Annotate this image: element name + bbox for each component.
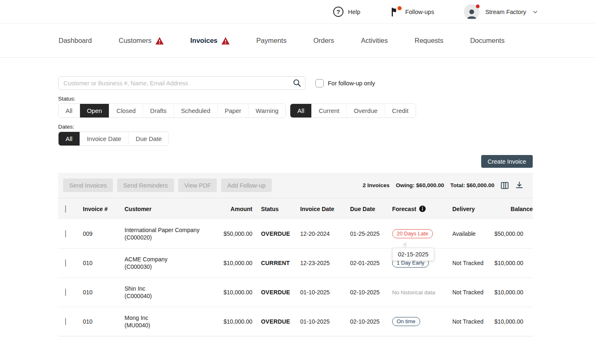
delivery-status: Available bbox=[452, 230, 491, 237]
nav-documents[interactable]: Documents bbox=[470, 37, 504, 45]
warning-triangle-icon bbox=[155, 37, 164, 45]
main-nav: Dashboard Customers Invoices Payments Or… bbox=[0, 24, 595, 58]
owing-total: Owing: $60,000.00 bbox=[396, 182, 444, 188]
invoice-balance: $10,000.00 bbox=[491, 260, 533, 266]
nav-invoices[interactable]: Invoices bbox=[190, 37, 230, 45]
followup-only-filter[interactable]: For follow-up only bbox=[315, 79, 375, 87]
aging-overdue-button[interactable]: Overdue bbox=[347, 104, 385, 117]
columns-icon bbox=[500, 181, 509, 190]
aging-all-button[interactable]: All bbox=[290, 104, 312, 117]
dates-filters: All Invoice Date Due Date bbox=[58, 132, 533, 146]
aging-current-button[interactable]: Current bbox=[312, 104, 347, 117]
invoice-amount: $10,000.00 bbox=[211, 318, 252, 325]
invoice-date: 12-23-2025 bbox=[300, 260, 350, 266]
invoice-balance: $10,000.00 bbox=[491, 318, 533, 325]
aging-credit-button[interactable]: Credit bbox=[385, 104, 416, 117]
select-all-checkbox[interactable] bbox=[65, 205, 66, 213]
invoice-amount: $10,000.00 bbox=[211, 289, 252, 296]
info-icon[interactable] bbox=[419, 205, 426, 212]
status-open-button[interactable]: Open bbox=[80, 104, 110, 117]
chevron-down-icon bbox=[532, 9, 538, 15]
table-row[interactable]: 009 International Paper Company (C000020… bbox=[58, 219, 533, 249]
send-invoices-button[interactable]: Send Invoices bbox=[63, 178, 113, 192]
avatar bbox=[464, 4, 480, 20]
nav-customers-label: Customers bbox=[119, 37, 152, 45]
table-row[interactable]: 010 Shin Inc (C000040) $10,000.00 OVERDU… bbox=[58, 278, 533, 307]
nav-requests[interactable]: Requests bbox=[414, 37, 443, 45]
header-due-date: Due Date bbox=[350, 206, 392, 212]
nav-activities[interactable]: Activities bbox=[361, 37, 388, 45]
customer-name: Shin Inc bbox=[125, 285, 211, 292]
header-delivery: Delivery bbox=[452, 206, 491, 212]
export-download-button[interactable] bbox=[515, 181, 524, 190]
invoice-amount: $50,000.00 bbox=[211, 230, 252, 237]
delivery-status: Not Tracked bbox=[452, 318, 491, 325]
row-checkbox[interactable] bbox=[65, 318, 66, 325]
help-menu-item[interactable]: ? Help bbox=[333, 7, 360, 17]
delivery-status: Not Tracked bbox=[452, 289, 491, 296]
header-status: Status bbox=[252, 206, 300, 212]
table-row[interactable]: 010 ACME Company (C000030) $10,000.00 CU… bbox=[58, 249, 533, 278]
invoice-no: 010 bbox=[83, 289, 125, 296]
header-forecast: Forecast bbox=[392, 206, 416, 212]
status-all-button[interactable]: All bbox=[59, 104, 80, 117]
status-closed-button[interactable]: Closed bbox=[109, 104, 143, 117]
status-group-aging: All Current Overdue Credit bbox=[290, 103, 416, 118]
account-name: Stream Factory bbox=[485, 9, 526, 15]
table-row[interactable]: 010 Mong Inc (MU0040) $10,000.00 OVERDUE… bbox=[58, 307, 533, 336]
search-input[interactable] bbox=[58, 76, 306, 90]
customer-name: International Paper Company bbox=[125, 226, 211, 234]
nav-dashboard-label: Dashboard bbox=[59, 37, 92, 45]
nav-payments-label: Payments bbox=[256, 37, 287, 45]
invoice-no: 010 bbox=[83, 318, 125, 325]
nav-payments[interactable]: Payments bbox=[256, 37, 287, 45]
row-checkbox[interactable] bbox=[65, 259, 66, 267]
customer-name: Mong Inc bbox=[125, 314, 211, 322]
help-icon: ? bbox=[333, 7, 343, 17]
add-followup-button[interactable]: Add Follow-up bbox=[221, 178, 272, 192]
download-icon bbox=[515, 181, 524, 190]
forecast-empty-text: No historical data bbox=[392, 289, 435, 296]
status-drafts-button[interactable]: Drafts bbox=[143, 104, 174, 117]
status-filters: All Open Closed Drafts Scheduled Paper W… bbox=[58, 103, 533, 118]
status-group-primary: All Open Closed Drafts Scheduled Paper W… bbox=[58, 103, 286, 118]
view-pdf-button[interactable]: View PDF bbox=[178, 178, 217, 192]
forecast-badge[interactable]: 20 Days Late bbox=[392, 229, 433, 239]
status-paper-button[interactable]: Paper bbox=[218, 104, 249, 117]
status-scheduled-button[interactable]: Scheduled bbox=[174, 104, 218, 117]
followups-menu-item[interactable]: Follow-ups bbox=[390, 7, 434, 17]
header-invoice-date: Invoice Date bbox=[300, 206, 350, 212]
row-checkbox[interactable] bbox=[65, 230, 66, 237]
nav-dashboard[interactable]: Dashboard bbox=[59, 37, 92, 45]
dates-all-button[interactable]: All bbox=[59, 132, 80, 146]
dates-invoice-date-button[interactable]: Invoice Date bbox=[80, 132, 129, 146]
warning-triangle-icon bbox=[221, 37, 230, 45]
columns-settings-button[interactable] bbox=[500, 181, 509, 190]
followup-only-checkbox[interactable] bbox=[315, 79, 324, 87]
topbar: ? Help Follow-ups Stream Factory bbox=[0, 0, 595, 24]
nav-customers[interactable]: Customers bbox=[119, 37, 164, 45]
send-reminders-button[interactable]: Send Reminders bbox=[117, 178, 174, 192]
nav-orders[interactable]: Orders bbox=[313, 37, 334, 45]
delivery-status: Not Tracked bbox=[452, 260, 491, 266]
status-warning-button[interactable]: Warning bbox=[249, 104, 285, 117]
customer-code: (C000040) bbox=[125, 292, 211, 300]
customer-code: (C000020) bbox=[125, 234, 211, 241]
forecast-badge[interactable]: On time bbox=[392, 317, 420, 326]
status-label: Status: bbox=[58, 96, 533, 102]
header-amount: Amount bbox=[211, 206, 252, 212]
search-button[interactable] bbox=[292, 78, 301, 89]
invoice-date: 01-10-2025 bbox=[300, 318, 350, 325]
invoices-table: Send Invoices Send Reminders View PDF Ad… bbox=[58, 173, 533, 336]
followups-label: Follow-ups bbox=[405, 9, 434, 15]
due-date: 02-10-2025 bbox=[350, 318, 392, 325]
avatar-notification-dot bbox=[475, 4, 480, 9]
row-checkbox[interactable] bbox=[65, 289, 66, 296]
header-invoice-no: Invoice # bbox=[83, 206, 125, 212]
forecast-tooltip: 02-15-2025 bbox=[392, 248, 434, 261]
dates-due-date-button[interactable]: Due Date bbox=[129, 132, 169, 146]
account-menu[interactable]: Stream Factory bbox=[464, 4, 538, 20]
flag-notification-dot bbox=[397, 6, 402, 10]
create-invoice-button[interactable]: Create Invoice bbox=[481, 155, 533, 168]
due-date: 02-01-2025 bbox=[350, 260, 392, 266]
